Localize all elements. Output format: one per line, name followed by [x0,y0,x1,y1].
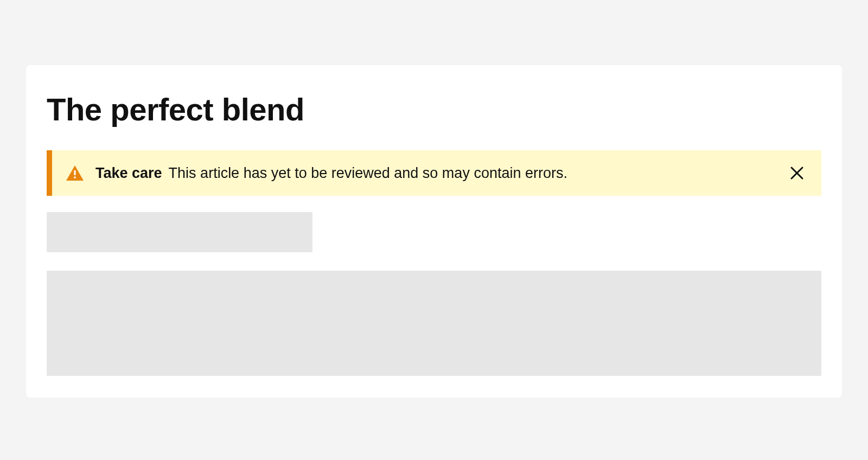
content-card: The perfect blend Take careThis article … [26,65,842,398]
page-title: The perfect blend [47,91,821,127]
warning-alert: Take careThis article has yet to be revi… [47,150,821,196]
svg-rect-0 [74,170,75,175]
alert-close-button[interactable] [788,164,806,182]
skeleton-line [47,212,312,252]
alert-title: Take care [95,165,162,181]
alert-message: This article has yet to be reviewed and … [169,165,567,181]
svg-rect-1 [74,177,75,178]
close-icon [790,166,804,180]
skeleton-block [47,271,821,376]
alert-text: Take careThis article has yet to be revi… [95,163,777,183]
warning-triangle-icon [65,163,85,183]
